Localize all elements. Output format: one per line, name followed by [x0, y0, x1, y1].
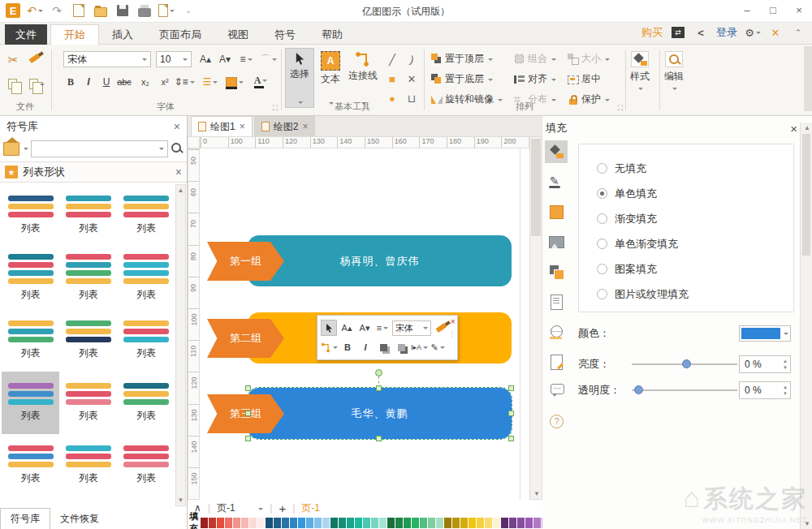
- palette-swatch[interactable]: [525, 518, 533, 528]
- library-item[interactable]: 列表: [59, 309, 117, 372]
- selection-handle[interactable]: [508, 411, 514, 416]
- bold-icon[interactable]: B: [62, 74, 80, 90]
- doc-tab[interactable]: 绘图1×: [191, 116, 253, 136]
- palette-swatch[interactable]: [436, 518, 443, 528]
- palette-swatch[interactable]: [217, 518, 224, 528]
- panel-tab-符号库[interactable]: 符号库: [0, 508, 50, 529]
- arrange-item[interactable]: 置于顶层: [431, 52, 514, 66]
- palette-swatch[interactable]: [282, 518, 289, 528]
- mini-italic-icon[interactable]: I: [357, 339, 374, 355]
- mini-grow-font-icon[interactable]: A▴: [339, 320, 355, 336]
- list-banner-shape[interactable]: 第一组: [207, 242, 284, 281]
- palette-swatch[interactable]: [485, 518, 492, 528]
- library-item[interactable]: 列表: [59, 184, 117, 247]
- italic-icon[interactable]: I: [80, 74, 97, 90]
- library-section-close-icon[interactable]: ×: [175, 166, 182, 178]
- fill-option[interactable]: 渐变填充: [597, 206, 793, 231]
- list-banner-shape[interactable]: 第二组: [207, 319, 284, 358]
- strikethrough-icon[interactable]: abc: [115, 74, 133, 90]
- maximize-button[interactable]: □: [760, 0, 786, 19]
- shape-tool[interactable]: [545, 200, 568, 223]
- library-close-icon[interactable]: ×: [174, 120, 180, 133]
- library-item[interactable]: 列表: [59, 434, 117, 497]
- panel-tab-文件恢复[interactable]: 文件恢复: [50, 509, 109, 529]
- tab-插入[interactable]: 插入: [99, 24, 146, 45]
- subscript-icon[interactable]: x₂: [136, 74, 154, 90]
- selection-handle[interactable]: [376, 436, 382, 441]
- collapse-ribbon-icon[interactable]: ⌃: [791, 26, 806, 39]
- grow-font-icon[interactable]: A▴: [197, 51, 214, 67]
- highlight-color-icon[interactable]: [226, 74, 244, 90]
- palette-swatch[interactable]: [330, 518, 338, 528]
- library-item[interactable]: 列表: [118, 372, 175, 434]
- arrange-item[interactable]: 置于底层: [431, 72, 514, 86]
- palette-swatch[interactable]: [412, 518, 419, 528]
- fill-option[interactable]: 单色填充: [597, 181, 793, 206]
- copy-icon[interactable]: [8, 79, 17, 89]
- list-item-shape-selected[interactable]: 毛华、黄鹏: [248, 388, 512, 439]
- palette-swatch[interactable]: [257, 518, 265, 528]
- palette-swatch[interactable]: [347, 518, 354, 528]
- library-item[interactable]: 列表: [118, 434, 175, 497]
- mini-text-spacing-icon[interactable]: I▸A: [411, 339, 428, 355]
- text-tool-button[interactable]: A 文本: [316, 48, 345, 108]
- mini-bring-forward-icon[interactable]: [375, 339, 391, 355]
- close-button[interactable]: ×: [786, 0, 812, 19]
- gear-icon[interactable]: ⚙: [745, 26, 760, 39]
- selection-handle[interactable]: [245, 411, 251, 416]
- page-tab-active[interactable]: 页-1: [301, 501, 320, 515]
- layers-tool[interactable]: [545, 260, 568, 283]
- home-caret-icon[interactable]: [24, 148, 28, 153]
- library-item[interactable]: 列表: [2, 184, 59, 247]
- arrange-dialog-launcher[interactable]: ⛶: [618, 104, 623, 113]
- palette-swatch[interactable]: [469, 518, 476, 528]
- palette-swatch[interactable]: [209, 518, 216, 528]
- rotation-handle[interactable]: [375, 369, 382, 376]
- palette-swatch[interactable]: [233, 518, 240, 528]
- palette-swatch[interactable]: [290, 518, 297, 528]
- mini-toolbar-close-icon[interactable]: ×: [451, 316, 456, 326]
- home-icon[interactable]: [3, 142, 19, 156]
- mini-font-select[interactable]: 宋体: [392, 320, 431, 336]
- tab-符号[interactable]: 符号: [261, 24, 309, 45]
- transparency-spinner[interactable]: 0 %▲▼: [739, 381, 791, 399]
- palette-swatch[interactable]: [428, 518, 435, 528]
- mini-format-painter-icon[interactable]: [433, 320, 449, 336]
- hyperlink-tool[interactable]: [545, 320, 568, 343]
- library-search-input[interactable]: [31, 140, 168, 157]
- tab-页面布局[interactable]: 页面布局: [146, 24, 214, 45]
- palette-swatch[interactable]: [363, 518, 370, 528]
- superscript-icon[interactable]: x²: [156, 74, 174, 90]
- fill-bucket-tool[interactable]: [545, 140, 568, 163]
- library-item[interactable]: 列表: [2, 309, 59, 372]
- palette-swatch[interactable]: [404, 518, 411, 528]
- palette-swatch[interactable]: [517, 518, 525, 528]
- palette-swatch[interactable]: [444, 518, 451, 528]
- library-scrollbar[interactable]: ▲ ▼: [175, 184, 186, 506]
- palette-swatch[interactable]: [266, 518, 273, 528]
- fill-panel-scrollbar[interactable]: ▲ ▼: [800, 123, 812, 529]
- align-icon[interactable]: ≡: [237, 51, 255, 67]
- palette-swatch[interactable]: [493, 518, 500, 528]
- tab-帮助[interactable]: 帮助: [309, 24, 356, 45]
- palette-swatch[interactable]: [420, 518, 427, 528]
- fill-panel-close-icon[interactable]: ×: [790, 122, 797, 135]
- palette-swatch[interactable]: [225, 518, 232, 528]
- fill-option[interactable]: 图案填充: [597, 256, 793, 282]
- library-item[interactable]: 列表: [118, 247, 175, 309]
- arrange-item[interactable]: 居中: [568, 72, 618, 86]
- search-icon[interactable]: [171, 142, 184, 155]
- palette-swatch[interactable]: [306, 518, 313, 528]
- selection-handle[interactable]: [245, 385, 251, 391]
- fill-option[interactable]: 单色渐变填充: [597, 231, 793, 256]
- palette-swatch[interactable]: [322, 518, 330, 528]
- note-tool[interactable]: [545, 290, 568, 313]
- mini-style-pen-icon[interactable]: ✎: [430, 339, 446, 355]
- palette-swatch[interactable]: [339, 518, 346, 528]
- palette-swatch[interactable]: [274, 518, 281, 528]
- palette-swatch[interactable]: [379, 518, 387, 528]
- selection-handle[interactable]: [376, 385, 382, 391]
- arc-tool-icon[interactable]: ): [408, 53, 415, 66]
- format-painter-icon[interactable]: [29, 56, 40, 61]
- transparency-slider[interactable]: [632, 382, 737, 398]
